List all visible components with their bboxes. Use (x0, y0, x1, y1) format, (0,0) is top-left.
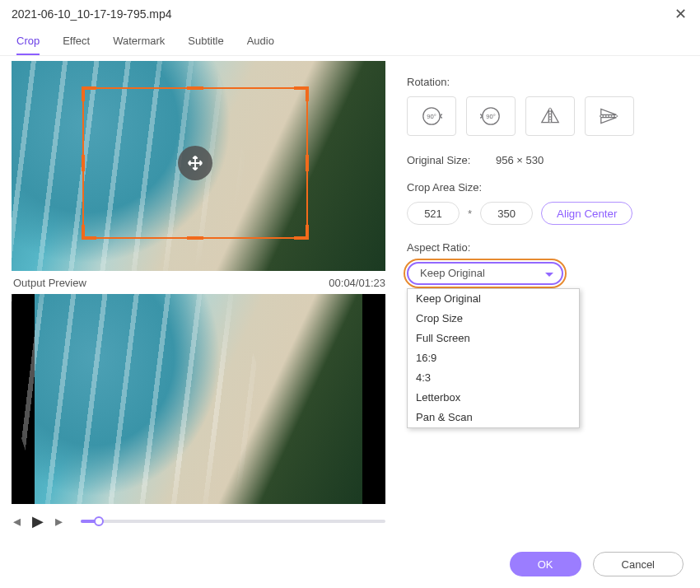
aspect-ratio-select-wrapper: Keep Original Keep Original Crop Size Fu… (407, 262, 563, 285)
ok-button[interactable]: OK (510, 552, 581, 576)
crop-handle-bottom-right[interactable] (294, 225, 309, 240)
crop-width-input[interactable] (407, 202, 460, 225)
crop-height-input[interactable] (480, 202, 533, 225)
tab-watermark[interactable]: Watermark (113, 35, 165, 55)
rotate-left-button[interactable]: 90° (466, 96, 516, 136)
tabs: Crop Effect Watermark Subtitle Audio (0, 30, 700, 56)
crop-handle-left[interactable] (82, 155, 85, 171)
crop-handle-right[interactable] (306, 155, 309, 171)
crop-handle-top-left[interactable] (82, 86, 96, 101)
output-preview (12, 294, 385, 504)
flip-vertical-button[interactable] (585, 96, 634, 136)
wave-foam-output (12, 294, 307, 504)
original-size-row: Original Size: 956 × 530 (407, 154, 674, 166)
transport-controls: ◂ ▶ ▸ (12, 504, 387, 530)
crop-area-row: * Align Center (407, 202, 674, 225)
crop-handle-top[interactable] (187, 86, 203, 90)
prev-frame-button[interactable]: ◂ (13, 512, 21, 530)
option-pan-scan[interactable]: Pan & Scan (408, 408, 579, 427)
preview-info-row: Output Preview 00:04/01:23 (12, 271, 387, 294)
output-image (35, 294, 362, 504)
option-4-3[interactable]: 4:3 (408, 368, 579, 388)
title-bar: 2021-06-10_10-17-19-795.mp4 ✕ (0, 0, 700, 30)
crop-handle-top-right[interactable] (294, 86, 309, 101)
flip-horizontal-button[interactable] (525, 96, 575, 136)
timeline-thumb[interactable] (94, 516, 104, 526)
option-16-9[interactable]: 16:9 (408, 348, 579, 368)
window-title: 2021-06-10_10-17-19-795.mp4 (12, 7, 172, 21)
aspect-ratio-label: Aspect Ratio: (407, 241, 674, 254)
option-full-screen[interactable]: Full Screen (408, 329, 579, 348)
crop-handle-bottom-left[interactable] (82, 225, 96, 240)
aspect-ratio-select[interactable]: Keep Original (407, 262, 563, 285)
rotate-right-button[interactable]: 90° (407, 96, 456, 136)
left-panel: Output Preview 00:04/01:23 ◂ ▶ ▸ (12, 61, 387, 530)
original-size-value: 956 × 530 (496, 154, 544, 166)
aspect-ratio-dropdown: Keep Original Crop Size Full Screen 16:9… (407, 288, 580, 428)
rotation-buttons: 90° 90° (407, 96, 674, 136)
tab-audio[interactable]: Audio (247, 35, 274, 55)
time-display: 00:04/01:23 (329, 277, 385, 289)
source-video-preview (12, 61, 385, 271)
crop-handle-bottom[interactable] (187, 236, 203, 240)
cancel-button[interactable]: Cancel (593, 552, 684, 576)
option-letterbox[interactable]: Letterbox (408, 388, 579, 408)
multiply-symbol: * (468, 208, 472, 220)
tab-subtitle[interactable]: Subtitle (188, 35, 223, 55)
tab-crop[interactable]: Crop (16, 35, 40, 55)
option-keep-original[interactable]: Keep Original (408, 289, 579, 309)
content: Output Preview 00:04/01:23 ◂ ▶ ▸ Rotatio… (0, 56, 700, 530)
original-size-label: Original Size: (407, 154, 484, 166)
next-frame-button[interactable]: ▸ (55, 512, 63, 530)
svg-text:90°: 90° (486, 113, 496, 120)
right-panel: Rotation: 90° 90° (387, 61, 688, 530)
footer-buttons: OK Cancel (510, 552, 684, 576)
svg-text:90°: 90° (427, 113, 436, 120)
tab-effect[interactable]: Effect (63, 35, 90, 55)
crop-area-size-label: Crop Area Size: (407, 181, 674, 194)
align-center-button[interactable]: Align Center (541, 202, 632, 225)
option-crop-size[interactable]: Crop Size (408, 309, 579, 329)
rotation-label: Rotation: (407, 76, 674, 88)
close-icon[interactable]: ✕ (672, 5, 688, 23)
crop-rectangle[interactable] (82, 87, 308, 239)
move-icon[interactable] (178, 146, 212, 180)
timeline-slider[interactable] (81, 520, 385, 523)
play-button[interactable]: ▶ (32, 512, 44, 530)
output-preview-label: Output Preview (13, 277, 86, 289)
